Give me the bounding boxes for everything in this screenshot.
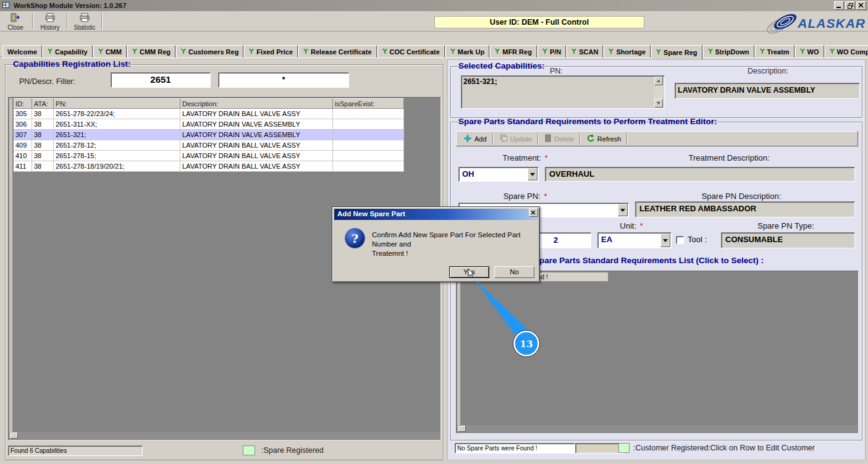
tab-shortage[interactable]: Shortage [604, 45, 651, 57]
tab-customers-reg[interactable]: Customers Reg [176, 45, 243, 57]
no-button[interactable]: No [494, 266, 534, 278]
tab-coc-certificate[interactable]: COC Certificate [377, 45, 445, 57]
tab-welcome[interactable]: Welcome [2, 45, 42, 57]
scrollbar-thumb[interactable] [10, 432, 18, 439]
tool-checkbox[interactable] [676, 236, 684, 244]
dialog-close-button[interactable] [529, 208, 538, 217]
toolbar-separator [67, 13, 68, 29]
refresh-icon [586, 134, 595, 143]
printer-icon [79, 13, 90, 23]
horizontal-scrollbar[interactable] [457, 425, 857, 432]
history-button[interactable]: History [35, 11, 65, 31]
add-new-spare-part-dialog: Add New Spare Part ? Confirm Add New Spa… [332, 206, 540, 282]
unit-combobox[interactable]: EA [597, 232, 672, 248]
column-header-isspareexist[interactable]: isSpareExist: [333, 98, 404, 109]
selected-description-field: LAVATORY DRAIN VALVE ASSEMBLY [675, 83, 860, 99]
tab-mfr-reg[interactable]: MFR Reg [490, 45, 537, 57]
tab-icon [542, 48, 547, 56]
spare-pn-description-field: LEATHER RED AMBASSADOR [635, 201, 855, 217]
tab-fixed-price[interactable]: Fixed Price [244, 45, 298, 57]
tabstrip: Welcome Capability CMM CMM Reg Customers… [2, 44, 866, 57]
treatment-description-field: OVERHAUL [545, 167, 855, 182]
scroll-down-button[interactable] [654, 99, 663, 108]
brand-logo: ALASKAR [763, 11, 866, 36]
dropdown-button[interactable] [618, 204, 628, 216]
spare-pn-label: Spare PN:* [470, 192, 581, 201]
grid-row-indicator-column [9, 98, 13, 432]
toolbar-separator [537, 133, 539, 145]
chevron-down-icon [620, 209, 625, 212]
tab-scan[interactable]: SCAN [567, 45, 603, 57]
toolbar-separator [32, 13, 33, 29]
treatment-combobox[interactable]: OH [458, 167, 539, 182]
treatment-label: Treatment:* [470, 153, 581, 162]
tab-release-certificate[interactable]: Release Certificate [298, 45, 376, 57]
spare-pn-type-label: Spare PN Type: [724, 221, 848, 230]
column-header-pn[interactable]: PN: [54, 98, 180, 109]
tab-icon [708, 48, 713, 56]
tab-icon [609, 48, 613, 56]
statistic-button[interactable]: Statistic [69, 11, 100, 31]
filter-label: PN/Descr. Filter: [19, 77, 75, 86]
spare-registered-swatch [243, 445, 255, 455]
tab-icon [450, 48, 455, 56]
left-status-bar: Found 6 Capabilities [8, 445, 143, 456]
exit-door-icon [10, 13, 21, 23]
update-button[interactable]: Update [495, 132, 536, 145]
tab-treatm[interactable]: Treatm [755, 45, 794, 57]
refresh-button[interactable]: Refresh [582, 132, 626, 145]
add-button[interactable]: Add [459, 132, 491, 145]
pn-scrollbar[interactable] [654, 77, 664, 108]
spare-pn-type-field: CONSUMABLE [721, 232, 855, 248]
horizontal-scrollbar[interactable] [9, 432, 440, 439]
toolbar-separator [626, 133, 628, 145]
column-header-ata[interactable]: ATA: [32, 98, 54, 109]
tool-label: Tool : [688, 235, 707, 244]
right-status-bar-empty [575, 443, 625, 453]
tab-wo[interactable]: WO [795, 45, 824, 57]
capabilities-panel-title: Capabilities Registration List: [11, 59, 133, 69]
delete-button[interactable]: Delete [540, 132, 578, 145]
tab-icon [382, 48, 387, 56]
selected-capabilities-group: Selected Capabilities: PN: 2651-321; Des… [450, 66, 862, 118]
dropdown-button[interactable] [660, 234, 670, 247]
scroll-up-button[interactable] [654, 77, 663, 85]
close-window-button[interactable] [856, 1, 866, 10]
tab-icon [132, 48, 137, 56]
pn-label: PN: [550, 67, 563, 75]
column-header-id[interactable]: ID: [14, 98, 32, 109]
customer-registered-legend: :Customer Registered [633, 444, 709, 452]
question-icon: ? [345, 229, 364, 248]
selected-pn-textarea[interactable]: 2651-321; [461, 75, 665, 109]
delete-icon [544, 134, 552, 143]
dropdown-button[interactable] [528, 168, 537, 180]
tab-cmm[interactable]: CMM [93, 45, 127, 57]
unit-label: Unit:* [594, 221, 668, 230]
tab-pn[interactable]: P/N [537, 45, 566, 57]
scrollbar-thumb[interactable] [458, 426, 466, 432]
tab-icon [303, 48, 308, 56]
tab-capability[interactable]: Capability [43, 45, 93, 57]
pn-filter-input[interactable]: 2651 [111, 72, 211, 88]
description-filter-input[interactable]: * [218, 72, 349, 88]
spare-pn-description-label: Spare PN Description: [618, 192, 865, 201]
tab-cmm-reg[interactable]: CMM Reg [127, 45, 175, 57]
window-bottom-edge [0, 460, 868, 464]
column-header-description[interactable]: Description: [180, 98, 333, 109]
tab-stripdown[interactable]: StripDown [703, 45, 754, 57]
close-button[interactable]: Close [0, 11, 31, 31]
tab-mark-up[interactable]: Mark Up [445, 45, 489, 57]
treatment-description-label: Treatment Description: [605, 153, 853, 162]
tab-icon [249, 48, 254, 56]
printer-icon [44, 13, 56, 23]
window-titlebar: WorkShop Module Version: 1.0.267 [0, 0, 868, 11]
minimize-button[interactable] [834, 1, 844, 10]
editor-toolbar: Add Update Delete Refresh [456, 131, 858, 146]
tab-wo-completion[interactable]: WO Completion [825, 45, 868, 57]
tab-spare-reg[interactable]: Spare Reg [651, 45, 702, 59]
editor-title: Spare Parts Standard Requirements to Per… [456, 117, 720, 126]
click-row-hint: :Click on Row to Edit Customer [708, 444, 815, 452]
restore-button[interactable] [845, 1, 855, 10]
selected-capabilities-title: Selected Capabilities: [456, 61, 547, 70]
required-mark: * [544, 192, 547, 201]
